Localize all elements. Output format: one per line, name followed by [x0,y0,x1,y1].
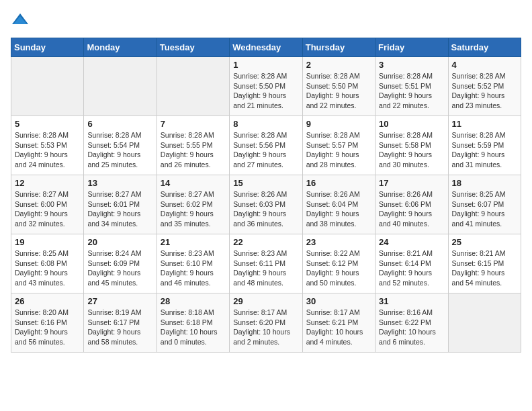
day-number: 2 [306,60,371,70]
calendar-day-cell: 23Sunrise: 8:22 AM Sunset: 6:12 PM Dayli… [302,234,375,293]
calendar-day-cell: 29Sunrise: 8:17 AM Sunset: 6:20 PM Dayli… [230,293,302,353]
day-info: Sunrise: 8:18 AM Sunset: 6:18 PM Dayligh… [161,308,226,347]
day-number: 27 [87,296,152,306]
calendar-day-cell: 19Sunrise: 8:25 AM Sunset: 6:08 PM Dayli… [11,234,84,293]
day-number: 31 [379,296,444,306]
weekday-header-cell: Friday [375,38,448,57]
day-info: Sunrise: 8:27 AM Sunset: 6:02 PM Dayligh… [161,189,226,229]
calendar-day-cell: 11Sunrise: 8:28 AM Sunset: 5:59 PM Dayli… [448,116,521,175]
calendar-day-cell: 4Sunrise: 8:28 AM Sunset: 5:52 PM Daylig… [448,57,521,116]
calendar-day-cell: 9Sunrise: 8:28 AM Sunset: 5:57 PM Daylig… [302,116,375,175]
calendar-day-cell: 2Sunrise: 8:28 AM Sunset: 5:50 PM Daylig… [302,57,375,116]
day-number: 13 [87,178,152,188]
calendar-day-cell: 5Sunrise: 8:28 AM Sunset: 5:53 PM Daylig… [11,116,84,175]
day-info: Sunrise: 8:21 AM Sunset: 6:15 PM Dayligh… [452,248,517,288]
day-info: Sunrise: 8:26 AM Sunset: 6:06 PM Dayligh… [379,189,444,229]
day-info: Sunrise: 8:26 AM Sunset: 6:03 PM Dayligh… [233,189,298,229]
day-info: Sunrise: 8:17 AM Sunset: 6:20 PM Dayligh… [233,308,298,347]
day-number: 15 [233,178,298,188]
day-info: Sunrise: 8:25 AM Sunset: 6:07 PM Dayligh… [452,189,517,229]
day-info: Sunrise: 8:28 AM Sunset: 5:55 PM Dayligh… [161,130,226,170]
day-info: Sunrise: 8:27 AM Sunset: 6:00 PM Dayligh… [15,189,80,229]
logo-icon [11,11,30,30]
calendar-day-cell [448,293,521,353]
day-number: 29 [233,296,298,306]
day-info: Sunrise: 8:28 AM Sunset: 5:52 PM Dayligh… [452,71,517,111]
day-info: Sunrise: 8:28 AM Sunset: 5:58 PM Dayligh… [379,130,444,170]
weekday-header-cell: Tuesday [157,38,229,57]
calendar-day-cell: 22Sunrise: 8:23 AM Sunset: 6:11 PM Dayli… [230,234,302,293]
weekday-header-cell: Sunday [11,38,84,57]
calendar-day-cell: 24Sunrise: 8:21 AM Sunset: 6:14 PM Dayli… [375,234,448,293]
day-number: 26 [15,296,80,306]
calendar-day-cell: 17Sunrise: 8:26 AM Sunset: 6:06 PM Dayli… [375,175,448,234]
calendar-week-row: 1Sunrise: 8:28 AM Sunset: 5:50 PM Daylig… [11,57,521,116]
day-info: Sunrise: 8:23 AM Sunset: 6:11 PM Dayligh… [233,248,298,288]
calendar-day-cell: 26Sunrise: 8:20 AM Sunset: 6:16 PM Dayli… [11,293,84,353]
weekday-header-row: SundayMondayTuesdayWednesdayThursdayFrid… [11,38,521,57]
day-number: 6 [87,119,152,129]
day-info: Sunrise: 8:28 AM Sunset: 5:51 PM Dayligh… [379,71,444,111]
calendar-day-cell: 15Sunrise: 8:26 AM Sunset: 6:03 PM Dayli… [230,175,302,234]
day-number: 28 [161,296,226,306]
day-number: 21 [161,237,226,247]
calendar-day-cell: 10Sunrise: 8:28 AM Sunset: 5:58 PM Dayli… [375,116,448,175]
logo [11,11,32,30]
calendar-day-cell: 13Sunrise: 8:27 AM Sunset: 6:01 PM Dayli… [84,175,157,234]
day-info: Sunrise: 8:27 AM Sunset: 6:01 PM Dayligh… [87,189,152,229]
calendar-day-cell: 27Sunrise: 8:19 AM Sunset: 6:17 PM Dayli… [84,293,157,353]
day-number: 18 [452,178,517,188]
day-number: 14 [161,178,226,188]
day-info: Sunrise: 8:28 AM Sunset: 5:54 PM Dayligh… [87,130,152,170]
day-info: Sunrise: 8:23 AM Sunset: 6:10 PM Dayligh… [161,248,226,288]
day-info: Sunrise: 8:19 AM Sunset: 6:17 PM Dayligh… [87,308,152,347]
calendar-day-cell: 25Sunrise: 8:21 AM Sunset: 6:15 PM Dayli… [448,234,521,293]
weekday-header-cell: Saturday [448,38,521,57]
day-info: Sunrise: 8:28 AM Sunset: 5:57 PM Dayligh… [306,130,371,170]
day-number: 10 [379,119,444,129]
day-info: Sunrise: 8:28 AM Sunset: 5:56 PM Dayligh… [233,130,298,170]
calendar-day-cell [11,57,84,116]
day-info: Sunrise: 8:28 AM Sunset: 5:50 PM Dayligh… [306,71,371,111]
day-number: 24 [379,237,444,247]
day-number: 22 [233,237,298,247]
weekday-header-cell: Wednesday [230,38,302,57]
day-info: Sunrise: 8:28 AM Sunset: 5:59 PM Dayligh… [452,130,517,170]
weekday-header-cell: Monday [84,38,157,57]
day-number: 30 [306,296,371,306]
day-info: Sunrise: 8:24 AM Sunset: 6:09 PM Dayligh… [87,248,152,288]
calendar-day-cell: 8Sunrise: 8:28 AM Sunset: 5:56 PM Daylig… [230,116,302,175]
calendar-day-cell: 1Sunrise: 8:28 AM Sunset: 5:50 PM Daylig… [230,57,302,116]
calendar-day-cell: 18Sunrise: 8:25 AM Sunset: 6:07 PM Dayli… [448,175,521,234]
calendar-week-row: 26Sunrise: 8:20 AM Sunset: 6:16 PM Dayli… [11,293,521,353]
day-number: 16 [306,178,371,188]
calendar-week-row: 5Sunrise: 8:28 AM Sunset: 5:53 PM Daylig… [11,116,521,175]
weekday-header-cell: Thursday [302,38,375,57]
day-number: 12 [15,178,80,188]
day-info: Sunrise: 8:25 AM Sunset: 6:08 PM Dayligh… [15,248,80,288]
day-number: 7 [161,119,226,129]
day-number: 11 [452,119,517,129]
day-number: 1 [233,60,298,70]
calendar-day-cell [157,57,229,116]
day-info: Sunrise: 8:22 AM Sunset: 6:12 PM Dayligh… [306,248,371,288]
day-number: 23 [306,237,371,247]
calendar-day-cell: 21Sunrise: 8:23 AM Sunset: 6:10 PM Dayli… [157,234,229,293]
day-info: Sunrise: 8:16 AM Sunset: 6:22 PM Dayligh… [379,308,444,347]
calendar-day-cell: 7Sunrise: 8:28 AM Sunset: 5:55 PM Daylig… [157,116,229,175]
day-info: Sunrise: 8:28 AM Sunset: 5:50 PM Dayligh… [233,71,298,111]
day-info: Sunrise: 8:20 AM Sunset: 6:16 PM Dayligh… [15,308,80,347]
calendar-day-cell: 31Sunrise: 8:16 AM Sunset: 6:22 PM Dayli… [375,293,448,353]
day-number: 19 [15,237,80,247]
calendar-day-cell: 28Sunrise: 8:18 AM Sunset: 6:18 PM Dayli… [157,293,229,353]
calendar-week-row: 19Sunrise: 8:25 AM Sunset: 6:08 PM Dayli… [11,234,521,293]
day-number: 5 [15,119,80,129]
page-header [11,11,521,30]
day-number: 4 [452,60,517,70]
day-number: 8 [233,119,298,129]
calendar-body: 1Sunrise: 8:28 AM Sunset: 5:50 PM Daylig… [11,57,521,353]
day-number: 20 [87,237,152,247]
calendar-day-cell: 12Sunrise: 8:27 AM Sunset: 6:00 PM Dayli… [11,175,84,234]
calendar-table: SundayMondayTuesdayWednesdayThursdayFrid… [11,38,521,353]
calendar-day-cell: 20Sunrise: 8:24 AM Sunset: 6:09 PM Dayli… [84,234,157,293]
